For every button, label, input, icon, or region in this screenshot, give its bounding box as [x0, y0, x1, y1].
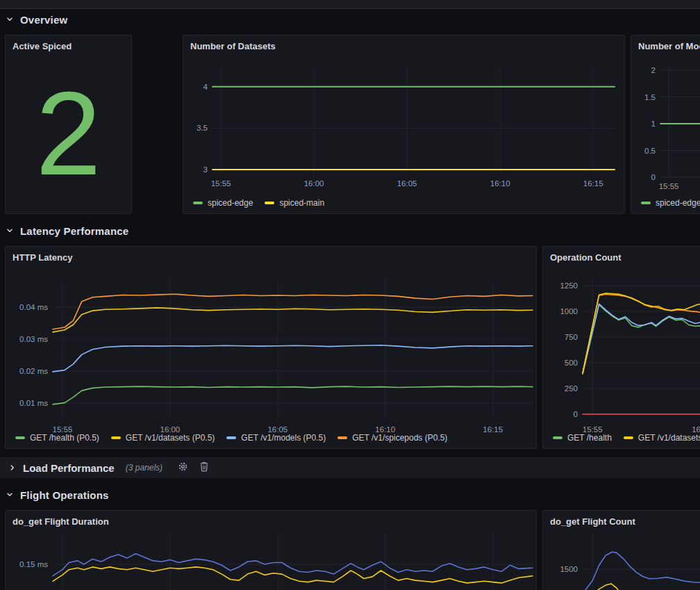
legend-item[interactable]: GET /v1/datasets [624, 433, 700, 443]
y-tick-label: 0.01 ms [19, 399, 48, 407]
legend-item[interactable]: spiced-edge [193, 198, 253, 208]
y-tick-label: 0.02 ms [19, 367, 48, 375]
panel-http-latency: HTTP Latency 15:5516:0016:0516:1016:150.… [5, 246, 537, 449]
legend-item[interactable]: GET /health [553, 433, 612, 443]
x-tick-label: 16:15 [483, 425, 503, 434]
y-tick-label: 0.5 [644, 147, 656, 155]
y-tick-label: 3.5 [197, 124, 208, 132]
y-tick-label: 1 [651, 120, 656, 128]
legend-swatch [265, 202, 274, 204]
legend-item[interactable]: GET /v1/spicepods (P0.5) [338, 433, 447, 443]
legend-swatch [641, 202, 651, 204]
y-tick-label: 1500 [560, 565, 578, 573]
y-tick-label: 2 [651, 66, 656, 74]
chart-legend: spiced-edge [641, 198, 700, 208]
legend-label: GET /v1/models (P0.5) [241, 433, 326, 443]
legend-swatch [193, 202, 203, 204]
x-tick-label: 16:05 [397, 179, 417, 188]
panel-do-get-flight-count: do_get Flight Count 15:5516:0016:0516:10… [542, 510, 700, 590]
legend-label: GET /v1/spicepods (P0.5) [352, 433, 447, 443]
y-tick-label: 4 [203, 83, 208, 91]
legend-item[interactable]: GET /v1/models (P0.5) [226, 433, 326, 443]
y-tick-label: 3 [203, 165, 208, 174]
legend-label: GET /health [567, 433, 612, 443]
legend-swatch [338, 436, 347, 439]
y-tick-label: 0.04 ms [19, 303, 48, 311]
series-line-GET /v1/spicepods (P0.5) [53, 294, 533, 329]
legend-item[interactable]: GET /health (P0.5) [15, 433, 99, 443]
section-title: Flight Operations [20, 489, 109, 501]
chart-number-of-datasets[interactable]: 15:5516:0016:0516:1016:1543.53 [183, 55, 624, 213]
panel-do-get-flight-duration: do_get Flight Duration 15:5516:0016:0516… [5, 510, 537, 590]
chevron-right-icon [8, 464, 17, 472]
chart-canvas: 15:5516:0016:0516:1016:150.04 ms0.03 ms0… [6, 266, 536, 448]
legend-label: GET /health (P0.5) [30, 433, 99, 443]
stat-value: 2 [35, 74, 101, 192]
legend-label: spiced-main [279, 198, 324, 208]
panel-title[interactable]: Operation Count [550, 252, 622, 263]
row-settings-button[interactable] [178, 461, 188, 474]
panel-title[interactable]: HTTP Latency [12, 252, 72, 263]
x-tick-label: 16:15 [583, 179, 603, 188]
chart-flight-duration[interactable]: 15:5516:0016:0516:1016:150.15 ms0.10 ms0… [6, 530, 536, 590]
legend-item[interactable]: spiced-main [265, 198, 324, 208]
panel-title[interactable]: do_get Flight Duration [12, 516, 109, 527]
y-tick-label: 1250 [560, 281, 578, 290]
series-line-duration-p90 [53, 554, 533, 576]
legend-item[interactable]: GET /v1/datasets (P0.5) [111, 433, 215, 443]
y-tick-label: 250 [565, 384, 578, 393]
chart-operation-count[interactable]: 15:5516:0016:0516:1016:15125010007505002… [543, 266, 700, 448]
series-line-GET /v1/models (P0.5) [53, 345, 533, 372]
y-tick-label: 500 [565, 359, 578, 367]
chart-canvas: 15:5516:0016:0516:1016:1521.510.50 [631, 55, 700, 213]
row-delete-button[interactable] [199, 461, 209, 474]
x-tick-label: 15:55 [659, 182, 679, 190]
legend-label: GET /v1/datasets (P0.5) [126, 433, 215, 443]
x-tick-label: 16:10 [490, 179, 510, 188]
chart-http-latency[interactable]: 15:5516:0016:0516:1016:150.04 ms0.03 ms0… [6, 266, 536, 448]
section-row-overview[interactable]: Overview [6, 9, 67, 30]
panel-title[interactable]: Number of Datasets [190, 41, 276, 51]
series-line-count-blue [583, 552, 700, 590]
series-line-duration-p50 [53, 567, 533, 583]
chart-canvas: 15:5516:0016:0516:1016:15125010007505002… [543, 266, 700, 448]
panel-active-spiced: Active Spiced 2 [5, 35, 132, 214]
section-title: Overview [20, 14, 67, 26]
chart-flight-count[interactable]: 15:5516:0016:0516:1016:1515001000500 [543, 530, 700, 590]
toolbar-edge [0, 0, 700, 9]
gear-icon [178, 461, 188, 474]
section-title: Load Performance [23, 462, 115, 474]
series-line-count-yellow [583, 584, 700, 590]
section-row-flight-operations[interactable]: Flight Operations [6, 484, 109, 505]
panel-number-of-models: Number of Models 15:5516:0016:0516:1016:… [631, 35, 700, 214]
legend-label: GET /v1/datasets [638, 433, 700, 443]
legend-label: spiced-edge [208, 198, 253, 208]
series-line-GET /health [583, 304, 700, 374]
panel-title[interactable]: do_get Flight Count [550, 516, 635, 527]
chart-number-of-models[interactable]: 15:5516:0016:0516:1016:1521.510.50 [631, 55, 700, 213]
panel-title[interactable]: Active Spiced [12, 41, 72, 51]
chart-canvas: 15:5516:0016:0516:1016:1543.53 [183, 55, 624, 213]
panel-count-label: (3 panels) [126, 463, 162, 473]
series-line-GET /v1/datasets (P0.5) [53, 308, 533, 332]
chart-canvas: 15:5516:0016:0516:1016:150.15 ms0.10 ms0… [6, 530, 536, 590]
legend-swatch [111, 436, 121, 439]
panel-operation-count: Operation Count 15:5516:0016:0516:1016:1… [542, 246, 700, 449]
y-tick-label: 1.5 [644, 93, 656, 101]
chevron-down-icon [6, 227, 14, 235]
chevron-down-icon [6, 491, 14, 499]
y-tick-label: 750 [565, 333, 578, 341]
legend-item[interactable]: spiced-edge [641, 198, 700, 208]
chart-canvas: 15:5516:0016:0516:1016:1515001000500 [543, 530, 700, 590]
y-tick-label: 0 [651, 173, 656, 181]
legend-swatch [226, 436, 236, 439]
chart-legend: spiced-edgespiced-main [193, 198, 324, 208]
section-row-load-performance[interactable]: Load Performance (3 panels) [0, 457, 700, 478]
section-row-latency-performance[interactable]: Latency Performance [6, 220, 128, 241]
panel-title[interactable]: Number of Models [638, 41, 700, 51]
legend-swatch [624, 436, 633, 439]
legend-swatch [553, 436, 562, 439]
y-tick-label: 0.03 ms [19, 335, 48, 343]
chart-legend: GET /health (P0.5)GET /v1/datasets (P0.5… [15, 433, 447, 443]
series-line-GET /health (P0.5) [53, 386, 533, 404]
